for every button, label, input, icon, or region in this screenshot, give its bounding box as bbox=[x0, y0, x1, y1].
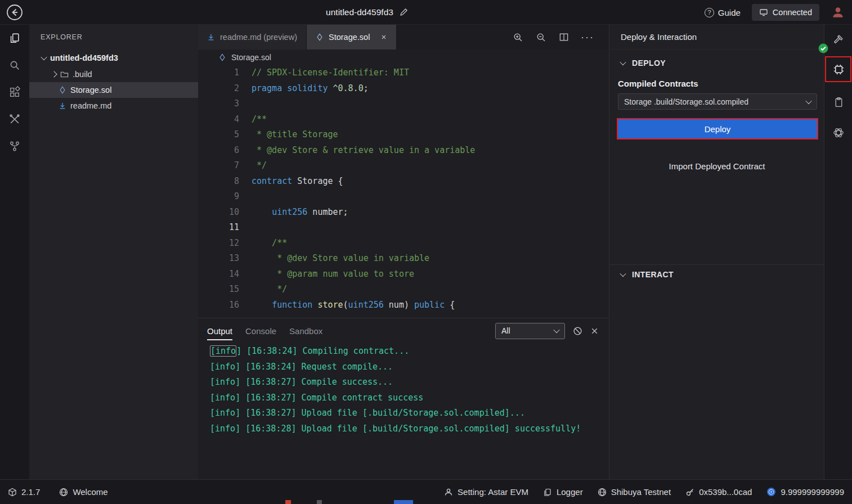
tree-item-storage-sol[interactable]: Storage.sol bbox=[29, 82, 198, 98]
network-item[interactable]: Shibuya Testnet bbox=[598, 487, 671, 497]
deploy-interaction-icon bbox=[832, 63, 845, 76]
zoom-in-icon[interactable] bbox=[512, 32, 524, 43]
code-line[interactable]: 12 /** bbox=[198, 236, 609, 251]
setting-label: Setting: Astar EVM bbox=[458, 487, 528, 497]
code-line[interactable]: 2pragma solidity ^0.8.0; bbox=[198, 81, 609, 97]
taskbar-peek bbox=[283, 500, 418, 504]
close-tab-icon[interactable] bbox=[380, 34, 387, 40]
avatar[interactable] bbox=[831, 5, 845, 20]
sidebar-item-source-control[interactable] bbox=[0, 133, 29, 160]
chevron-down-icon bbox=[41, 54, 47, 60]
code-line[interactable]: 9 bbox=[198, 189, 609, 205]
code-line[interactable]: 4/** bbox=[198, 112, 609, 128]
title-bar: untitled-dd459fd3 Guide Connected bbox=[0, 0, 852, 25]
taskbar-icon-fragment bbox=[317, 500, 322, 504]
welcome-label: Welcome bbox=[73, 487, 107, 497]
connected-button[interactable]: Connected bbox=[752, 4, 819, 21]
version-item[interactable]: 2.1.7 bbox=[8, 487, 40, 497]
explorer-sidebar: EXPLORER untitled-dd459fd3 .build Storag… bbox=[29, 25, 198, 479]
globe-icon bbox=[598, 488, 607, 497]
deploy-section-header[interactable]: DEPLOY bbox=[621, 58, 666, 68]
output-panel: Output Console Sandbox All bbox=[198, 318, 609, 479]
statusbar-right: Setting: Astar EVM Logger Shibuya Testne… bbox=[444, 487, 844, 497]
chevron-down-icon bbox=[620, 59, 626, 65]
tab-output[interactable]: Output bbox=[207, 318, 232, 343]
import-deployed-contract-link[interactable]: Import Deployed Contract bbox=[609, 161, 824, 171]
back-button[interactable] bbox=[6, 3, 24, 21]
code-line[interactable]: 14 * @param num value to store bbox=[198, 267, 609, 282]
panel-item-compiler[interactable] bbox=[824, 27, 852, 52]
panel-title: Deploy & Interaction bbox=[609, 25, 824, 50]
log-filter-select[interactable]: All bbox=[495, 323, 565, 339]
deploy-button[interactable]: Deploy bbox=[618, 119, 817, 138]
code-line[interactable]: 16 function store(uint256 num) public { bbox=[198, 298, 609, 313]
tree-item-build[interactable]: .build bbox=[29, 66, 198, 82]
compiled-contract-value: Storage .build/Storage.sol.compiled bbox=[624, 97, 748, 106]
code-line[interactable]: 11 bbox=[198, 220, 609, 236]
code-line[interactable]: 15 */ bbox=[198, 282, 609, 298]
panel-item-ai-assistant[interactable] bbox=[824, 120, 852, 145]
solidity-icon bbox=[218, 53, 226, 61]
tree-root-label: untitled-dd459fd3 bbox=[50, 53, 118, 62]
tab-console[interactable]: Console bbox=[245, 318, 276, 343]
token-coin-icon bbox=[766, 487, 776, 497]
close-panel-icon[interactable] bbox=[590, 327, 599, 335]
code-line[interactable]: 3 bbox=[198, 96, 609, 112]
chevron-down-icon bbox=[805, 97, 811, 104]
tab-sandbox[interactable]: Sandbox bbox=[289, 318, 322, 343]
code-area[interactable]: 1// SPDX-License-Identifier: MIT2pragma … bbox=[198, 65, 609, 318]
setting-item[interactable]: Setting: Astar EVM bbox=[444, 487, 528, 497]
editor-actions bbox=[512, 25, 609, 50]
interact-section-header[interactable]: INTERACT bbox=[621, 270, 674, 279]
clear-output-icon[interactable] bbox=[573, 326, 582, 336]
sidebar-item-extensions[interactable] bbox=[0, 79, 29, 106]
balance-item[interactable]: 9.999999999999 bbox=[766, 487, 844, 497]
solidity-icon bbox=[316, 33, 324, 41]
wallet-address-item[interactable]: 0x539b...0cad bbox=[685, 487, 752, 497]
sidebar-item-search[interactable] bbox=[0, 52, 29, 79]
code-line[interactable]: 8contract Storage { bbox=[198, 174, 609, 190]
guide-button[interactable]: Guide bbox=[705, 8, 741, 17]
git-branch-icon bbox=[8, 140, 21, 152]
question-icon bbox=[705, 8, 714, 17]
log-filter-value: All bbox=[501, 326, 510, 335]
line-number: 6 bbox=[198, 143, 239, 159]
wallet-address-label: 0x539b...0cad bbox=[699, 487, 752, 497]
code-line[interactable]: 10 uint256 number; bbox=[198, 205, 609, 220]
interact-section-label: INTERACT bbox=[632, 270, 674, 279]
line-number: 12 bbox=[198, 236, 239, 251]
tree-root-folder[interactable]: untitled-dd459fd3 bbox=[29, 50, 198, 66]
compiled-contract-select[interactable]: Storage .build/Storage.sol.compiled bbox=[618, 93, 817, 110]
sidebar-item-tools[interactable] bbox=[0, 106, 29, 133]
line-number: 15 bbox=[198, 282, 239, 298]
zoom-out-icon[interactable] bbox=[535, 32, 547, 43]
code-line[interactable]: 5 * @title Storage bbox=[198, 127, 609, 143]
more-actions-icon[interactable] bbox=[581, 32, 594, 43]
extensions-icon bbox=[8, 86, 21, 98]
tab-label: readme.md (preview) bbox=[220, 33, 297, 42]
copy-icon bbox=[543, 488, 552, 497]
panel-item-abi[interactable] bbox=[824, 89, 852, 114]
edit-pencil-icon[interactable] bbox=[399, 8, 408, 17]
line-number: 2 bbox=[198, 81, 239, 97]
panel-item-deploy-interaction[interactable] bbox=[824, 57, 852, 82]
code-line[interactable]: 13 * @dev Store value in variable bbox=[198, 251, 609, 267]
tab-readme-md[interactable]: readme.md (preview) bbox=[198, 25, 307, 50]
deploy-section-label: DEPLOY bbox=[632, 58, 666, 68]
tab-storage-sol[interactable]: Storage.sol bbox=[307, 25, 397, 50]
solidity-icon bbox=[59, 86, 66, 94]
welcome-item[interactable]: Welcome bbox=[59, 487, 107, 497]
right-activity-bar bbox=[824, 25, 852, 479]
taskbar-icon-fragment bbox=[285, 500, 291, 504]
breadcrumb[interactable]: Storage.sol bbox=[198, 50, 609, 65]
code-line[interactable]: 6 * @dev Store & retrieve value in a var… bbox=[198, 143, 609, 159]
tree-item-readme-md[interactable]: readme.md bbox=[29, 98, 198, 114]
code-line[interactable]: 7 */ bbox=[198, 158, 609, 174]
split-editor-icon[interactable] bbox=[558, 32, 570, 43]
code-line[interactable]: 1// SPDX-License-Identifier: MIT bbox=[198, 65, 609, 81]
log-line: [info] [16:38:27] Compile success... bbox=[198, 375, 609, 390]
line-number: 4 bbox=[198, 112, 239, 128]
sidebar-item-explorer[interactable] bbox=[0, 25, 29, 52]
log-line: [info] [16:38:27] Compile contract succe… bbox=[198, 390, 609, 406]
logger-item[interactable]: Logger bbox=[543, 487, 583, 497]
